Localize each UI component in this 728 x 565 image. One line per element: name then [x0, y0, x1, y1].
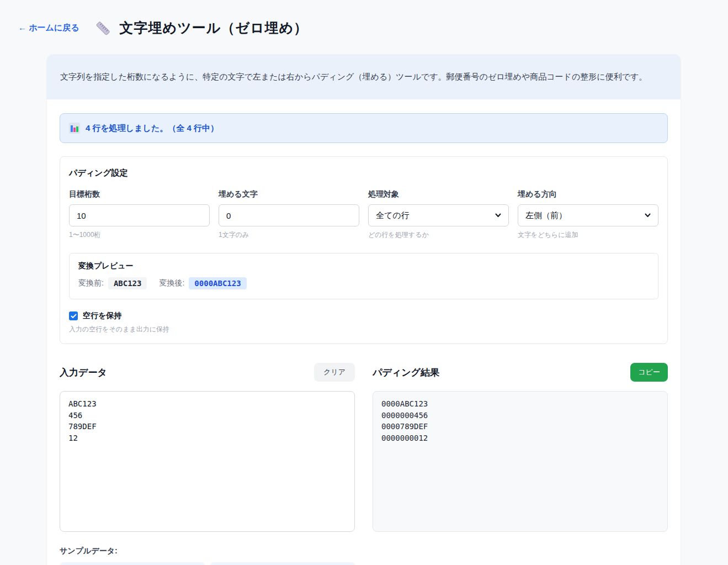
- chevron-down-icon: [495, 213, 501, 218]
- sample-data-grid: 郵便番号（北海道） 7桁ゼロ埋め 商品コード 10桁ゼロ埋め: [60, 562, 668, 565]
- input-header: 入力データ クリア: [60, 363, 355, 382]
- result-title: パディング結果: [373, 366, 439, 379]
- target-lines-selected-value: 全ての行: [376, 210, 410, 221]
- sample-data-section: サンプルデータ: 郵便番号（北海道） 7桁ゼロ埋め 商品コード 10桁ゼロ埋め: [60, 546, 668, 565]
- page: ← ホームに戻る 文字埋めツール（ゼロ埋め） 文字列を指定した桁数になるように、…: [0, 0, 728, 565]
- input-column: 入力データ クリア ABC123 456 789DEF 12: [60, 363, 355, 532]
- pad-direction-select[interactable]: 左側（前）: [518, 204, 658, 226]
- settings-title: パディング設定: [69, 168, 658, 178]
- pad-char-label: 埋める文字: [219, 189, 359, 199]
- header: ← ホームに戻る 文字埋めツール（ゼロ埋め）: [0, 0, 728, 37]
- result-column: パディング結果 コピー 0000ABC123 0000000456 000078…: [373, 363, 668, 532]
- clear-button[interactable]: クリア: [314, 363, 355, 382]
- pad-direction-hint: 文字をどちらに追加: [518, 230, 658, 240]
- preview-before-label: 変換前:: [78, 278, 104, 288]
- sample-product-code-button[interactable]: 商品コード 10桁ゼロ埋め: [210, 562, 355, 565]
- tool-description: 文字列を指定した桁数になるように、特定の文字で左または右からパディング（埋める）…: [47, 54, 681, 99]
- target-lines-select[interactable]: 全ての行: [368, 204, 509, 226]
- preview-after-value: 0000ABC123: [189, 277, 246, 289]
- target-digits-hint: 1〜1000桁: [69, 230, 210, 240]
- field-pad-char: 埋める文字 1文字のみ: [219, 189, 359, 240]
- input-title: 入力データ: [60, 366, 107, 379]
- tool-description-text: 文字列を指定した桁数になるように、特定の文字で左または右からパディング（埋める）…: [60, 72, 647, 82]
- bar-chart-icon: [69, 123, 80, 134]
- padding-settings-panel: パディング設定 目標桁数 1〜1000桁 埋める文字 1文字のみ 処理対象: [60, 156, 668, 344]
- settings-fields: 目標桁数 1〜1000桁 埋める文字 1文字のみ 処理対象 全ての行: [69, 189, 658, 240]
- preview-after-label: 変換後:: [159, 278, 184, 288]
- conversion-preview: 変換プレビュー 変換前: ABC123 変換後: 0000ABC123: [69, 253, 658, 299]
- keep-blank-lines-label: 空行を保持: [83, 311, 121, 321]
- keep-blank-lines-checkbox-row[interactable]: 空行を保持: [69, 311, 658, 321]
- main-card: 文字列を指定した桁数になるように、特定の文字で左または右からパディング（埋める）…: [47, 54, 681, 565]
- status-banner: 4 行を処理しました。（全 4 行中）: [60, 113, 668, 143]
- pad-char-hint: 1文字のみ: [219, 230, 359, 240]
- field-target-lines: 処理対象 全ての行 どの行を処理するか: [368, 189, 509, 240]
- pad-direction-selected-value: 左側（前）: [525, 210, 567, 221]
- copy-button[interactable]: コピー: [630, 363, 668, 382]
- sample-postal-code-button[interactable]: 郵便番号（北海道） 7桁ゼロ埋め: [60, 562, 205, 565]
- ruler-icon: [95, 20, 111, 36]
- target-lines-hint: どの行を処理するか: [368, 230, 509, 240]
- keep-blank-lines-hint: 入力の空行をそのまま出力に保持: [69, 325, 658, 334]
- result-header: パディング結果 コピー: [373, 363, 668, 382]
- preview-row: 変換前: ABC123 変換後: 0000ABC123: [78, 277, 649, 289]
- status-text: 4 行を処理しました。（全 4 行中）: [86, 123, 219, 134]
- checkbox-checked-icon[interactable]: [69, 311, 78, 320]
- io-section: 入力データ クリア ABC123 456 789DEF 12 パディング結果 コ…: [60, 363, 668, 532]
- card-body: 4 行を処理しました。（全 4 行中） パディング設定 目標桁数 1〜1000桁…: [47, 99, 681, 565]
- target-digits-label: 目標桁数: [69, 189, 210, 199]
- preview-title: 変換プレビュー: [78, 261, 649, 271]
- result-output: 0000ABC123 0000000456 0000789DEF 0000000…: [373, 391, 668, 532]
- sample-data-title: サンプルデータ:: [60, 546, 668, 556]
- preview-before-value: ABC123: [108, 277, 147, 289]
- target-digits-input[interactable]: [69, 204, 210, 226]
- chevron-down-icon: [645, 213, 651, 218]
- input-textarea[interactable]: ABC123 456 789DEF 12: [60, 391, 355, 532]
- field-pad-direction: 埋める方向 左側（前） 文字をどちらに追加: [518, 189, 658, 240]
- pad-direction-label: 埋める方向: [518, 189, 658, 199]
- page-title: 文字埋めツール（ゼロ埋め）: [120, 19, 309, 37]
- back-to-home-link[interactable]: ← ホームに戻る: [18, 23, 79, 33]
- target-lines-label: 処理対象: [368, 189, 509, 199]
- field-target-digits: 目標桁数 1〜1000桁: [69, 189, 210, 240]
- pad-char-input[interactable]: [219, 204, 359, 226]
